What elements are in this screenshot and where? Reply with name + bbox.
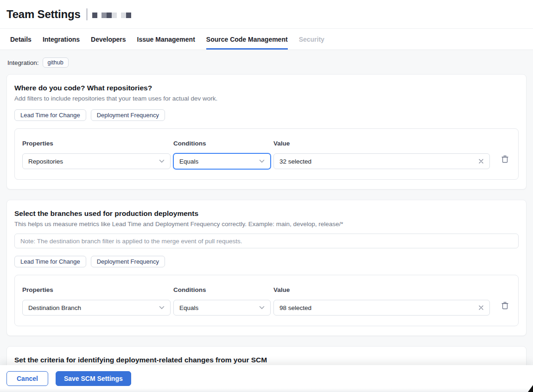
- conditions-select-value: Equals: [179, 158, 198, 165]
- clear-icon[interactable]: [478, 158, 484, 164]
- properties-select[interactable]: Destination Branch: [22, 300, 171, 316]
- card-title: Where do you code? What repositories?: [14, 84, 519, 92]
- card-title: Set the criteria for identifying deploym…: [14, 356, 519, 364]
- value-input-text: 98 selected: [279, 304, 311, 311]
- page-title: Team Settings: [6, 8, 81, 21]
- chevron-down-icon: [259, 306, 265, 310]
- deployment-frequency-badge: Deployment Frequency: [91, 109, 165, 121]
- scm-settings-content: Integration: github Where do you code? W…: [0, 50, 533, 384]
- deployment-frequency-badge: Deployment Frequency: [91, 256, 165, 267]
- note-input[interactable]: [14, 234, 519, 248]
- integration-chip: github: [43, 57, 69, 68]
- chevron-down-icon: [259, 159, 265, 163]
- tab-source-code-management[interactable]: Source Code Management: [206, 29, 288, 50]
- lead-time-badge: Lead Time for Change: [14, 109, 86, 121]
- tab-developers[interactable]: Developers: [91, 29, 126, 50]
- branch-filter-box: Properties Destination Branch Conditions…: [14, 275, 519, 326]
- integration-row: Integration: github: [6, 50, 527, 74]
- card-title: Select the branches used for production …: [14, 209, 519, 218]
- trash-icon: [501, 155, 509, 165]
- chevron-down-icon: [159, 159, 165, 163]
- properties-select-value: Destination Branch: [28, 304, 81, 311]
- integration-label: Integration:: [7, 59, 39, 66]
- value-input[interactable]: 32 selected: [273, 153, 490, 169]
- conditions-label: Conditions: [173, 140, 271, 147]
- value-label: Value: [273, 140, 490, 147]
- delete-filter-button[interactable]: [499, 298, 511, 314]
- trash-icon: [501, 301, 509, 311]
- redacted-title-text: [92, 13, 131, 18]
- conditions-select-value: Equals: [179, 304, 198, 311]
- repository-filter-box: Properties Repositories Conditions Equal…: [14, 128, 519, 180]
- conditions-label: Conditions: [173, 286, 271, 293]
- cancel-button[interactable]: Cancel: [6, 371, 48, 386]
- delete-filter-button[interactable]: [499, 152, 511, 168]
- tab-security: Security: [299, 29, 324, 50]
- properties-label: Properties: [22, 286, 171, 293]
- tab-integrations[interactable]: Integrations: [43, 29, 80, 50]
- tab-bar: Details Integrations Developers Issue Ma…: [0, 29, 533, 50]
- properties-select[interactable]: Repositories: [22, 153, 171, 169]
- card-subtitle: This helps us measure metrics like Lead …: [14, 221, 519, 228]
- card-subtitle: Add filters to include repositories that…: [14, 95, 519, 102]
- repositories-card: Where do you code? What repositories? Ad…: [6, 74, 527, 190]
- clear-icon[interactable]: [478, 305, 484, 310]
- lead-time-badge: Lead Time for Change: [14, 256, 86, 267]
- properties-select-value: Repositories: [28, 158, 63, 165]
- footer-actions: Cancel Save SCM Settings: [0, 365, 533, 392]
- branches-card: Select the branches used for production …: [6, 200, 527, 336]
- conditions-select[interactable]: Equals: [173, 153, 271, 169]
- tab-issue-management[interactable]: Issue Management: [137, 29, 195, 50]
- value-input[interactable]: 98 selected: [273, 300, 490, 316]
- value-input-text: 32 selected: [279, 158, 311, 165]
- tab-details[interactable]: Details: [10, 29, 32, 50]
- value-label: Value: [273, 286, 490, 293]
- title-separator: [86, 8, 88, 20]
- metric-badges: Lead Time for Change Deployment Frequenc…: [14, 109, 519, 121]
- conditions-select[interactable]: Equals: [173, 300, 271, 316]
- properties-label: Properties: [22, 140, 171, 147]
- save-scm-settings-button[interactable]: Save SCM Settings: [56, 371, 131, 386]
- metric-badges: Lead Time for Change Deployment Frequenc…: [14, 256, 519, 267]
- page-header: Team Settings: [0, 0, 533, 29]
- chevron-down-icon: [159, 306, 165, 310]
